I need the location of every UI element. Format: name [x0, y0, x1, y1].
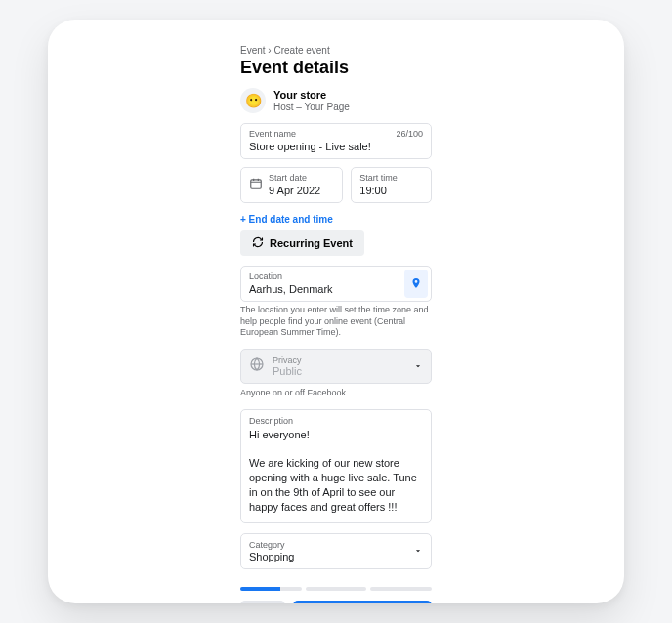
- privacy-value: Public: [273, 365, 302, 377]
- svg-rect-0: [251, 180, 262, 188]
- start-date-value: 9 Apr 2022: [269, 185, 334, 196]
- event-name-counter: 26/100: [396, 129, 423, 139]
- category-value: Shopping: [249, 551, 423, 562]
- event-name-label: Event name: [249, 129, 296, 139]
- start-date-label: Start date: [269, 173, 307, 183]
- recurring-event-label: Recurring Event: [270, 237, 353, 249]
- progress-bar: [240, 587, 432, 591]
- description-label: Description: [249, 416, 423, 426]
- description-value: Hi everyone! We are kicking of our new s…: [249, 428, 423, 515]
- start-time-label: Start time: [359, 173, 398, 183]
- privacy-label: Privacy: [273, 355, 302, 365]
- host-name: Your store: [273, 89, 350, 101]
- location-value: Aarhus, Denmark: [249, 283, 401, 295]
- start-time-value: 19:00: [359, 185, 423, 196]
- event-name-field[interactable]: Event name 26/100 Store opening - Live s…: [240, 123, 432, 159]
- map-pin-icon: [410, 275, 422, 293]
- page-title: Event details: [240, 58, 432, 78]
- recurring-icon: [252, 236, 264, 250]
- host-row: 😶 Your store Host – Your Page: [240, 88, 432, 113]
- caret-down-icon: [413, 357, 423, 375]
- category-select[interactable]: Category Shopping: [240, 533, 432, 569]
- globe-icon: [249, 356, 265, 376]
- event-name-value: Store opening - Live sale!: [249, 141, 423, 152]
- location-label: Location: [249, 271, 282, 281]
- host-avatar: 😶: [240, 88, 266, 113]
- location-pin-button[interactable]: [404, 270, 428, 298]
- progress-fill: [240, 587, 280, 591]
- location-helper: The location you enter will set the time…: [240, 305, 432, 339]
- category-label: Category: [249, 540, 423, 550]
- next-button[interactable]: Next: [293, 601, 432, 603]
- start-time-field[interactable]: Start time 19:00: [351, 167, 432, 203]
- start-date-field[interactable]: Start date 9 Apr 2022: [240, 167, 343, 203]
- location-field[interactable]: Location Aarhus, Denmark: [240, 266, 432, 302]
- description-field[interactable]: Description Hi everyone! We are kicking …: [240, 409, 432, 523]
- calendar-icon: [249, 177, 263, 194]
- privacy-helper: Anyone on or off Facebook: [240, 388, 432, 399]
- add-end-date-link[interactable]: + End date and time: [240, 214, 333, 225]
- recurring-event-button[interactable]: Recurring Event: [240, 230, 364, 256]
- caret-down-icon: [413, 542, 423, 560]
- create-event-panel: Event › Create event Event details 😶 You…: [48, 20, 624, 603]
- back-button[interactable]: Back: [240, 601, 285, 603]
- host-subtitle: Host – Your Page: [273, 102, 350, 112]
- breadcrumb: Event › Create event: [240, 45, 432, 56]
- privacy-select[interactable]: Privacy Public: [240, 349, 432, 384]
